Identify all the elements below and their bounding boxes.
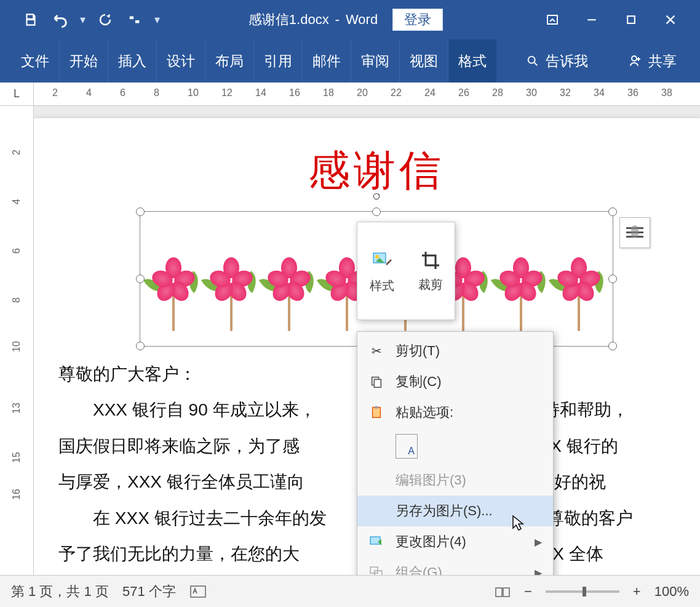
tab-insert[interactable]: 插入: [108, 39, 157, 82]
scissors-icon: ✂: [368, 343, 384, 359]
dropdown-icon[interactable]: ▾: [78, 13, 88, 26]
svg-rect-20: [191, 586, 205, 597]
svg-point-6: [632, 56, 637, 61]
zoom-out-button[interactable]: −: [524, 584, 532, 600]
qat-customize-icon[interactable]: ▾: [152, 13, 162, 26]
clipboard-icon: [368, 404, 384, 420]
zoom-level[interactable]: 100%: [654, 584, 689, 600]
resize-handle[interactable]: [372, 207, 381, 216]
menu-save-as-picture[interactable]: 另存为图片(S)...: [357, 496, 553, 526]
svg-rect-3: [587, 19, 595, 20]
resize-handle[interactable]: [136, 342, 145, 350]
ribbon-tabs: 文件 开始 插入 设计 布局 引用 邮件 审阅 视图 格式 告诉我 共享: [0, 39, 700, 82]
vertical-ruler[interactable]: 2 4 6 8 10 13 15 16: [0, 106, 34, 575]
tab-format[interactable]: 格式: [448, 39, 496, 82]
tab-view[interactable]: 视图: [400, 39, 448, 82]
rotate-handle[interactable]: [372, 192, 381, 201]
resize-handle[interactable]: [608, 275, 617, 283]
read-mode-icon[interactable]: [495, 585, 511, 598]
tab-design[interactable]: 设计: [157, 39, 205, 82]
title-bar: ▾ ▾ 感谢信1.docx - Word 登录: [0, 0, 700, 39]
menu-cut[interactable]: ✂ 剪切(T): [357, 336, 553, 366]
paste-text-icon: [396, 434, 418, 459]
svg-rect-15: [373, 408, 381, 418]
maximize-button[interactable]: [620, 9, 642, 31]
mini-toolbar: 样式 裁剪: [357, 222, 455, 320]
tab-file[interactable]: 文件: [11, 39, 60, 82]
close-button[interactable]: [659, 9, 682, 31]
svg-point-7: [373, 193, 379, 199]
tell-me-search[interactable]: 告诉我: [515, 52, 599, 71]
tab-mailings[interactable]: 邮件: [303, 39, 351, 82]
svg-rect-14: [374, 379, 381, 387]
tab-layout[interactable]: 布局: [205, 39, 254, 82]
style-button[interactable]: 样式: [357, 222, 406, 320]
chevron-right-icon: ▶: [535, 536, 542, 548]
app-name: Word: [346, 12, 378, 28]
svg-rect-18: [370, 567, 378, 573]
tab-review[interactable]: 审阅: [351, 39, 400, 82]
horizontal-ruler-row: L 2 4 6 8 10 12 14 16 18 20 22 24 26 28 …: [0, 82, 700, 106]
tab-home[interactable]: 开始: [60, 39, 108, 82]
zoom-slider[interactable]: [546, 590, 619, 593]
word-count[interactable]: 571 个字: [122, 582, 176, 601]
document-area: 2 4 6 8 10 13 15 16 感谢信: [0, 106, 700, 575]
menu-edit-picture: 编辑图片(3): [357, 465, 553, 496]
undo-button[interactable]: [48, 7, 73, 32]
touch-mode-button[interactable]: [122, 7, 147, 32]
menu-paste-options: 粘贴选项:: [357, 397, 553, 428]
paste-option-keep-text[interactable]: [357, 428, 553, 465]
redo-button[interactable]: [93, 7, 117, 32]
window-title: 感谢信1.docx - Word 登录: [162, 9, 529, 31]
save-button[interactable]: [18, 7, 43, 32]
svg-rect-16: [375, 406, 378, 409]
spellcheck-icon[interactable]: [189, 585, 207, 598]
crop-button[interactable]: 裁剪: [406, 222, 455, 320]
zoom-in-button[interactable]: +: [633, 584, 641, 600]
svg-point-5: [528, 57, 535, 63]
document-name: 感谢信1.docx: [249, 10, 329, 29]
svg-rect-4: [627, 16, 635, 23]
resize-handle[interactable]: [608, 342, 617, 350]
ribbon-options-icon[interactable]: [541, 9, 563, 31]
login-button[interactable]: 登录: [392, 9, 443, 31]
horizontal-ruler[interactable]: 2 4 6 8 10 12 14 16 18 20 22 24 26 28 30…: [34, 82, 700, 105]
resize-handle[interactable]: [608, 207, 617, 216]
svg-rect-0: [130, 17, 133, 20]
menu-copy[interactable]: 复制(C): [357, 366, 553, 397]
share-button[interactable]: 共享: [618, 52, 688, 71]
ruler-corner[interactable]: L: [0, 82, 34, 105]
resize-handle[interactable]: [136, 207, 145, 216]
minimize-button[interactable]: [581, 9, 603, 31]
change-picture-icon: [368, 534, 384, 550]
status-bar: 第 1 页，共 1 页 571 个字 − + 100%: [0, 575, 700, 607]
copy-icon: [368, 374, 384, 390]
page-indicator[interactable]: 第 1 页，共 1 页: [11, 582, 109, 601]
quick-access-toolbar: ▾ ▾: [0, 7, 162, 32]
svg-point-12: [375, 255, 379, 259]
svg-rect-1: [135, 20, 139, 23]
resize-handle[interactable]: [136, 275, 145, 283]
context-menu: ✂ 剪切(T) 复制(C) 粘贴选项: 编辑图片(3) 另存为图片(S)... …: [357, 331, 554, 592]
workspace: L 2 4 6 8 10 12 14 16 18 20 22 24 26 28 …: [0, 82, 700, 575]
window-controls: [541, 9, 700, 31]
svg-rect-17: [370, 537, 380, 544]
layout-options-button[interactable]: [619, 217, 650, 248]
menu-change-picture[interactable]: 更改图片(4) ▶: [357, 526, 553, 557]
tab-references[interactable]: 引用: [254, 39, 303, 82]
